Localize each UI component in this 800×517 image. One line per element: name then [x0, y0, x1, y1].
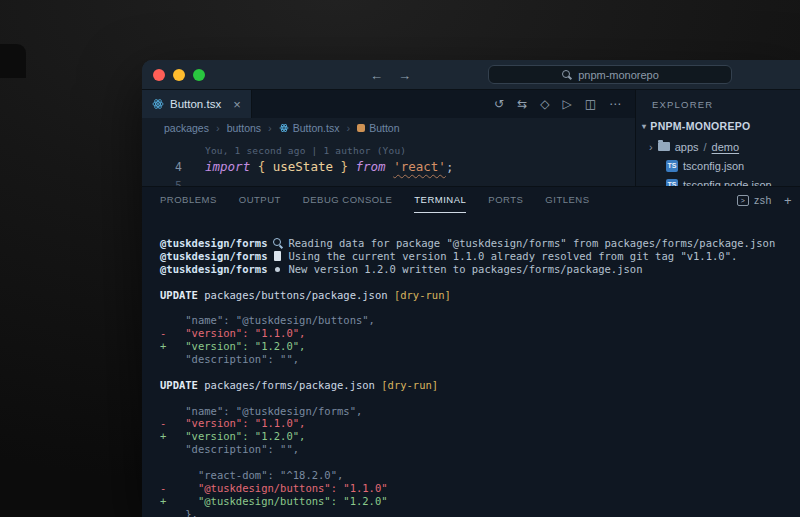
- search-icon: [561, 69, 572, 80]
- more-icon[interactable]: ⋯: [609, 97, 621, 111]
- terminal-controls: > zsh +: [737, 187, 792, 213]
- explorer-title: EXPLORER: [636, 90, 800, 110]
- terminal-text: UPDATE: [160, 289, 198, 301]
- breadcrumb-packages[interactable]: packages: [164, 122, 209, 134]
- workspace-section-header[interactable]: ▾ PNPM-MONOREPO: [636, 110, 800, 132]
- breadcrumb-button[interactable]: Button: [357, 122, 399, 134]
- chevron-down-icon: ▾: [642, 122, 646, 131]
- code-token: }: [333, 159, 356, 174]
- terminal-line: "react-dom": "^18.2.0",: [160, 469, 800, 482]
- terminal-text: },: [160, 508, 198, 517]
- panel-tab-terminal[interactable]: TERMINAL: [414, 187, 466, 213]
- terminal-text: + "version": "1.2.0",: [160, 340, 305, 352]
- terminal-text: "name": "@tuskdesign/forms",: [160, 405, 362, 417]
- breadcrumb-label: buttons: [227, 122, 261, 134]
- terminal-line: + "version": "1.2.0",: [160, 340, 800, 353]
- tree-item-tsconfig-node-json[interactable]: TStsconfig.node.json: [636, 175, 800, 186]
- background-window-corner: [0, 44, 26, 78]
- history-nav: ← →: [370, 60, 411, 90]
- terminal-line: UPDATE packages/forms/package.json [dry-…: [160, 379, 800, 392]
- forward-icon[interactable]: →: [398, 68, 411, 83]
- compare-icon[interactable]: ⇆: [517, 97, 527, 111]
- run-icon[interactable]: ▷: [562, 97, 571, 111]
- path-separator: /: [704, 141, 707, 153]
- terminal-line: [160, 301, 800, 314]
- breadcrumb-separator: ›: [216, 122, 220, 134]
- folder-icon: [658, 142, 670, 151]
- terminal-line: @tuskdesign/formsReading data for packag…: [160, 237, 800, 250]
- bottom-panel: PROBLEMSOUTPUTDEBUG CONSOLETERMINALPORTS…: [142, 186, 800, 517]
- terminal-text: @tuskdesign/forms: [160, 250, 267, 262]
- react-icon: [279, 123, 289, 133]
- command-center-search[interactable]: pnpm-monorepo: [488, 65, 732, 84]
- terminal-line: [160, 392, 800, 405]
- terminal-text: UPDATE: [160, 379, 198, 391]
- terminal-text: packages/forms/package.json: [198, 379, 381, 391]
- panel-tab-gitlens[interactable]: GITLENS: [545, 187, 589, 213]
- tree-item-tsconfig-json[interactable]: TStsconfig.json: [636, 156, 800, 175]
- new-terminal-button[interactable]: +: [784, 193, 792, 208]
- terminal-text: @tuskdesign/forms: [160, 263, 267, 275]
- vscode-window: ← → pnpm-monorepo: [142, 60, 800, 517]
- terminal-line: @tuskdesign/formsNew version 1.2.0 writt…: [160, 263, 800, 276]
- terminal-output[interactable]: @tuskdesign/formsReading data for packag…: [142, 213, 800, 517]
- breadcrumb-separator: ›: [268, 122, 272, 134]
- traffic-lights: [153, 69, 205, 81]
- terminal-line: - "version": "1.1.0",: [160, 417, 800, 430]
- breadcrumb-button-tsx[interactable]: Button.tsx: [279, 122, 340, 134]
- terminal-text: Reading data for package "@tuskdesign/fo…: [288, 237, 775, 249]
- breadcrumb-buttons[interactable]: buttons: [227, 122, 261, 134]
- split-icon[interactable]: ◫: [585, 97, 596, 111]
- history-icon[interactable]: ↺: [494, 97, 504, 111]
- panel-tab-output[interactable]: OUTPUT: [239, 187, 281, 213]
- file-icon: [271, 251, 284, 262]
- minimize-window-button[interactable]: [173, 69, 185, 81]
- close-window-button[interactable]: [153, 69, 165, 81]
- terminal-line: UPDATE packages/buttons/package.json [dr…: [160, 289, 800, 302]
- terminal-line: "description": "",: [160, 353, 800, 366]
- breadcrumb: packages›buttons›Button.tsx›Button: [142, 118, 635, 138]
- terminal-text: + "@tuskdesign/buttons": "1.2.0": [160, 495, 388, 507]
- breadcrumb-label: Button: [369, 122, 399, 134]
- terminal-text: - "version": "1.1.0",: [160, 327, 305, 339]
- tree-item-demo[interactable]: ›apps/demo: [636, 137, 800, 156]
- typescript-icon: TS: [666, 179, 678, 187]
- terminal-text: packages/buttons/package.json: [198, 289, 394, 301]
- line-number: 5: [142, 179, 182, 186]
- panel-tab-ports[interactable]: PORTS: [488, 187, 523, 213]
- terminal-line: "name": "@tuskdesign/forms",: [160, 405, 800, 418]
- terminal-line: [160, 366, 800, 379]
- editor-group: Button.tsx × ↺⇆◇▷◫⋯ packages›buttons›But…: [142, 90, 635, 186]
- main-row: Button.tsx × ↺⇆◇▷◫⋯ packages›buttons›But…: [142, 90, 800, 186]
- terminal-line: - "version": "1.1.0",: [160, 327, 800, 340]
- typescript-icon: TS: [666, 160, 678, 172]
- close-tab-icon[interactable]: ×: [233, 98, 241, 111]
- back-icon[interactable]: ←: [370, 68, 383, 83]
- outline-icon[interactable]: ◇: [540, 97, 549, 111]
- explorer-sidebar: EXPLORER ▾ PNPM-MONOREPO ›apps/demoTStsc…: [635, 90, 800, 186]
- code-token: import: [205, 159, 258, 174]
- terminal-line: + "@tuskdesign/buttons": "1.2.0": [160, 495, 800, 508]
- search-icon: [271, 238, 284, 249]
- zoom-window-button[interactable]: [193, 69, 205, 81]
- chevron-right-icon: ›: [649, 141, 653, 153]
- terminal-line: [160, 456, 800, 469]
- code-editor[interactable]: You, 1 second ago | 1 author (You) 4 imp…: [142, 138, 635, 186]
- code-token: from: [356, 159, 394, 174]
- file-tree: ›apps/demoTStsconfig.jsonTStsconfig.node…: [636, 137, 800, 186]
- terminal-text: "description": "",: [160, 353, 299, 365]
- search-text: pnpm-monorepo: [578, 69, 659, 81]
- shell-selector[interactable]: > zsh: [737, 194, 772, 206]
- terminal-text: [dry-run]: [381, 379, 438, 391]
- terminal-line: + "version": "1.2.0",: [160, 430, 800, 443]
- terminal-line: },: [160, 508, 800, 517]
- panel-tab-debug-console[interactable]: DEBUG CONSOLE: [303, 187, 392, 213]
- title-bar: ← → pnpm-monorepo: [142, 60, 800, 90]
- tab-button-tsx[interactable]: Button.tsx ×: [142, 90, 252, 118]
- terminal-icon: >: [737, 195, 749, 206]
- panel-tab-problems[interactable]: PROBLEMS: [160, 187, 217, 213]
- folder-name: demo: [712, 141, 740, 153]
- shell-name: zsh: [754, 194, 772, 206]
- symbol-icon: [357, 124, 365, 132]
- terminal-text: @tuskdesign/forms: [160, 237, 267, 249]
